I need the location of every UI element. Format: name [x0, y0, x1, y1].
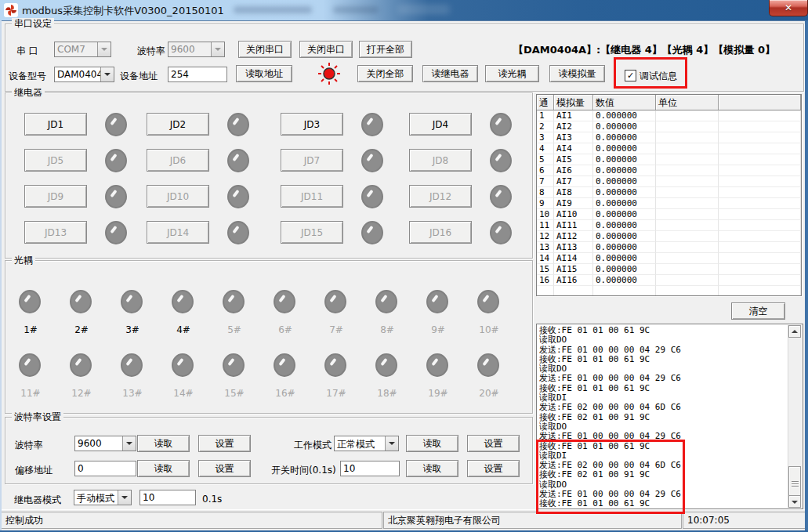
relay-button-jd1[interactable]: JD1 [24, 113, 87, 136]
close-serial-button-1[interactable]: 关闭串口 [238, 41, 292, 58]
offset-address-input[interactable] [74, 461, 136, 476]
opto-group-title: 光耦 [12, 255, 35, 266]
table-row[interactable]: 13AI130.000000 [537, 242, 801, 253]
table-row[interactable]: 12AI120.000000 [537, 231, 801, 242]
serial-group-title: 串口设定 [12, 18, 54, 29]
relay-button-jd16[interactable]: JD16 [409, 221, 472, 244]
dropdown-arrow-icon[interactable] [122, 436, 136, 451]
read-work-mode-button[interactable]: 读取 [406, 435, 458, 452]
relay-mode-time-input[interactable] [139, 490, 196, 505]
relay-button-jd2[interactable]: JD2 [147, 113, 209, 136]
log-scrollbar[interactable] [788, 325, 802, 508]
port-combobox[interactable]: COM7 [54, 42, 111, 57]
relay-led-4 [490, 113, 512, 136]
table-cell: AI1 [554, 110, 593, 121]
table-cell [719, 154, 801, 165]
relay-button-jd10[interactable]: JD10 [147, 185, 209, 208]
read-analog-button[interactable]: 读模拟量 [549, 65, 605, 82]
relay-button-jd12[interactable]: JD12 [409, 185, 472, 208]
relay-button-jd11[interactable]: JD11 [281, 185, 343, 208]
relay-button-jd4[interactable]: JD4 [409, 113, 472, 136]
table-row[interactable]: 10AI100.000000 [537, 209, 801, 220]
read-offset-button[interactable]: 读取 [137, 460, 190, 477]
relay-led-9 [105, 185, 127, 208]
scroll-down-arrow-icon[interactable] [788, 495, 801, 508]
table-row[interactable]: 8AI80.000000 [537, 187, 801, 198]
close-all-button[interactable]: 关闭全部 [357, 65, 413, 82]
close-button[interactable]: ✕ [769, 0, 808, 16]
relay-led-1 [105, 113, 127, 136]
read-relay-button[interactable]: 读继电器 [422, 65, 478, 82]
debug-info-checkbox[interactable]: ✓ [625, 70, 636, 81]
baud-combobox[interactable]: 9600 [168, 42, 225, 57]
scroll-up-arrow-icon[interactable] [788, 325, 801, 338]
open-all-button[interactable]: 打开全部 [359, 41, 412, 58]
dropdown-arrow-icon[interactable] [100, 67, 114, 81]
relay-button-jd3[interactable]: JD3 [281, 113, 343, 136]
model-combobox[interactable]: DAM0404A [54, 67, 114, 82]
opto-label-2: 2# [62, 324, 101, 335]
table-header-col-5[interactable] [719, 95, 801, 110]
table-cell [656, 220, 719, 231]
set-work-mode-button[interactable]: 设置 [467, 435, 520, 452]
table-cell: 14 [537, 253, 554, 264]
table-row[interactable]: 5AI50.000000 [537, 154, 801, 165]
relay-mode-value: 手动模式 [74, 490, 118, 505]
table-row[interactable]: 7AI70.000000 [537, 176, 801, 187]
table-header-col-1[interactable]: 通 [537, 95, 554, 110]
table-row[interactable]: 16AI160.000000 [537, 275, 801, 286]
table-row[interactable]: 14AI140.000000 [537, 253, 801, 264]
table-cell [656, 110, 719, 121]
analog-table: 通模拟量数值单位 1AI10.0000002AI20.0000003AI30.0… [536, 94, 802, 296]
log-line: 接收:FE 01 01 00 61 9C [539, 442, 788, 451]
work-mode-combobox[interactable]: 正常模式 [334, 436, 399, 451]
table-header-col-3[interactable]: 数值 [593, 95, 656, 110]
table-row[interactable]: 11AI110.000000 [537, 220, 801, 231]
opto-led-14 [172, 353, 194, 377]
switch-time-input[interactable] [340, 461, 400, 476]
table-row[interactable]: 15AI150.000000 [537, 264, 801, 275]
relay-button-jd14[interactable]: JD14 [147, 221, 209, 244]
table-row[interactable]: 1AI10.000000 [537, 110, 801, 121]
relay-group: 继电器 JD1JD2JD3JD4JD5JD6JD7JD8JD9JD10JD11J… [5, 92, 533, 259]
device-address-input[interactable] [168, 67, 227, 82]
table-cell: 0.000000 [593, 143, 656, 154]
baud-value: 9600 [168, 42, 211, 56]
relay-button-jd15[interactable]: JD15 [281, 221, 343, 244]
relay-button-jd9[interactable]: JD9 [24, 185, 87, 208]
debug-info-label: 调试信息 [640, 70, 677, 83]
read-switch-time-button[interactable]: 读取 [406, 460, 458, 477]
dropdown-arrow-icon[interactable] [385, 436, 398, 451]
opto-led-5 [223, 290, 245, 313]
read-address-button[interactable]: 读取地址 [236, 65, 292, 82]
table-row[interactable]: 6AI60.000000 [537, 165, 801, 176]
table-row[interactable] [537, 286, 801, 296]
relay-button-jd8[interactable]: JD8 [409, 149, 472, 172]
relay-button-jd6[interactable]: JD6 [147, 149, 209, 172]
set-baudrate-button[interactable]: 设置 [198, 435, 251, 452]
read-opto-button[interactable]: 读光耦 [485, 65, 539, 82]
read-baudrate-button[interactable]: 读取 [137, 435, 190, 452]
dropdown-arrow-icon[interactable] [211, 42, 224, 56]
table-row[interactable]: 9AI90.000000 [537, 198, 801, 209]
relay-button-jd5[interactable]: JD5 [24, 149, 87, 172]
relay-button-jd7[interactable]: JD7 [281, 149, 343, 172]
table-row[interactable]: 2AI20.000000 [537, 121, 801, 132]
relay-button-jd13[interactable]: JD13 [24, 221, 87, 244]
table-row[interactable]: 3AI30.000000 [537, 132, 801, 143]
table-header-col-2[interactable]: 模拟量 [554, 95, 593, 110]
baudrate-combobox[interactable]: 9600 [74, 436, 136, 451]
set-switch-time-button[interactable]: 设置 [467, 460, 520, 477]
set-offset-button[interactable]: 设置 [198, 460, 251, 477]
dropdown-arrow-icon[interactable] [118, 490, 131, 505]
table-cell: AI3 [554, 132, 593, 143]
relay-mode-combobox[interactable]: 手动模式 [74, 490, 132, 505]
relay-led-16 [490, 221, 512, 244]
table-row[interactable]: 4AI40.000000 [537, 143, 801, 154]
opto-label-17: 17# [317, 388, 356, 399]
clear-log-button[interactable]: 清空 [731, 302, 785, 320]
table-header-col-4[interactable]: 单位 [656, 95, 719, 110]
baudrate-value: 9600 [75, 436, 122, 451]
close-serial-button-2[interactable]: 关闭串口 [299, 41, 353, 58]
dropdown-arrow-icon[interactable] [97, 42, 111, 56]
